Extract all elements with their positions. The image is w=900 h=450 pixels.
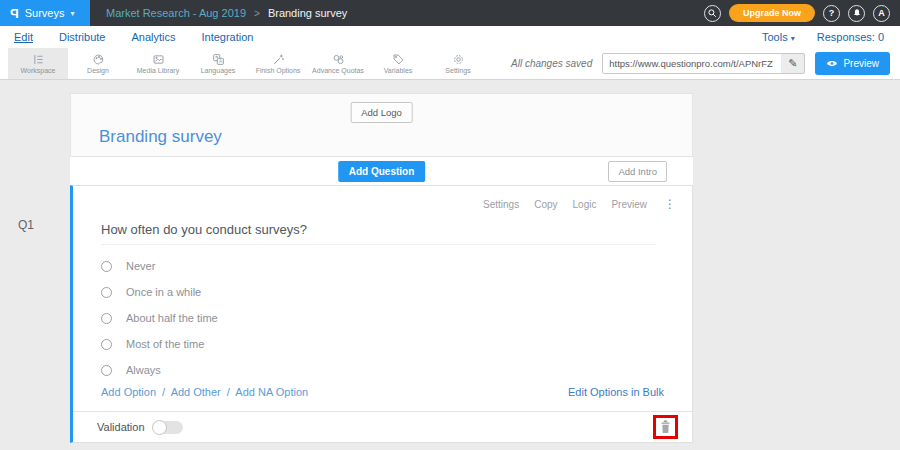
section-tabs: Edit Distribute Analytics Integration To… [0, 26, 900, 48]
edit-toolbar: Workspace Design Media Library A Languag… [0, 48, 900, 80]
question-copy-link[interactable]: Copy [534, 199, 557, 210]
edit-options-in-bulk-link[interactable]: Edit Options in Bulk [568, 386, 664, 398]
radio-button-icon[interactable] [101, 313, 112, 324]
topnav-actions: Upgrade Now ? A [704, 4, 900, 22]
toolbar-item-advance-quotas[interactable]: Advance Quotas [308, 48, 368, 79]
add-question-button[interactable]: Add Question [338, 161, 426, 182]
answer-options: Never Once in a while About half the tim… [101, 260, 218, 376]
toolbar-item-label: Finish Options [256, 67, 301, 74]
toolbar-item-languages[interactable]: A Languages [188, 48, 248, 79]
search-icon [707, 8, 717, 18]
toolbar-item-label: Design [87, 67, 109, 74]
question-settings-link[interactable]: Settings [483, 199, 519, 210]
question-preview-link[interactable]: Preview [611, 199, 647, 210]
magic-wand-icon [272, 53, 285, 66]
toolbar-item-finish-options[interactable]: Finish Options [248, 48, 308, 79]
preview-button-label: Preview [843, 58, 879, 69]
edit-url-button[interactable]: ✎ [781, 54, 804, 73]
responses-count[interactable]: Responses: 0 [817, 31, 884, 43]
toolbar-item-workspace[interactable]: Workspace [8, 48, 68, 79]
survey-url-input[interactable] [603, 54, 781, 73]
search-button[interactable] [704, 5, 721, 22]
link-separator: / [162, 386, 165, 398]
breadcrumb-separator: > [254, 8, 260, 19]
toolbar-item-label: Media Library [137, 67, 179, 74]
bell-icon [852, 8, 862, 18]
breadcrumb: Market Research - Aug 2019 > Branding su… [106, 7, 347, 19]
question-card: Settings Copy Logic Preview ⋮ How often … [70, 185, 693, 443]
question-actions: Settings Copy Logic Preview ⋮ [483, 197, 676, 211]
toolbar-item-design[interactable]: Design [68, 48, 128, 79]
option-label[interactable]: Once in a while [126, 286, 201, 298]
toolbar-item-label: Languages [201, 67, 236, 74]
validation-toggle[interactable] [153, 421, 183, 434]
workspace-icon [32, 53, 45, 66]
link-separator: / [227, 386, 230, 398]
tab-analytics[interactable]: Analytics [131, 31, 175, 43]
tools-menu[interactable]: Tools ▾ [762, 31, 795, 43]
add-other-link[interactable]: Add Other [171, 386, 221, 398]
option-row[interactable]: Once in a while [101, 286, 218, 298]
caret-down-icon: ▾ [70, 9, 74, 18]
validation-label: Validation [97, 421, 145, 433]
option-label[interactable]: About half the time [126, 312, 218, 324]
radio-button-icon[interactable] [101, 339, 112, 350]
surveys-menu-label: Surveys [25, 7, 65, 19]
toolbar-item-label: Settings [445, 67, 470, 74]
option-row[interactable]: About half the time [101, 312, 218, 324]
option-row[interactable]: Never [101, 260, 218, 272]
radio-button-icon[interactable] [101, 261, 112, 272]
preview-button[interactable]: Preview [815, 52, 890, 75]
option-row[interactable]: Always [101, 364, 218, 376]
radio-button-icon[interactable] [101, 365, 112, 376]
surveys-menu[interactable]: P Surveys ▾ [0, 0, 90, 26]
survey-editor-canvas: Q1 Add Logo Branding survey Add Question… [0, 80, 900, 450]
option-row[interactable]: Most of the time [101, 338, 218, 350]
eye-icon [826, 59, 838, 68]
toolbar-item-media-library[interactable]: Media Library [128, 48, 188, 79]
toolbar-item-label: Variables [384, 67, 413, 74]
tools-label: Tools [762, 31, 788, 43]
breadcrumb-current: Branding survey [268, 7, 348, 19]
questionpro-logo: P [10, 6, 19, 21]
autosave-status: All changes saved [511, 58, 592, 69]
help-button[interactable]: ? [823, 5, 840, 22]
upgrade-now-button[interactable]: Upgrade Now [729, 4, 815, 22]
option-label[interactable]: Always [126, 364, 161, 376]
radio-button-icon[interactable] [101, 287, 112, 298]
palette-icon [92, 53, 105, 66]
survey-header-card: Add Logo Branding survey [70, 93, 693, 157]
add-intro-button[interactable]: Add Intro [608, 161, 667, 182]
survey-title[interactable]: Branding survey [99, 127, 222, 147]
tag-icon [392, 53, 405, 66]
tab-edit[interactable]: Edit [14, 31, 33, 43]
add-option-link[interactable]: Add Option [101, 386, 156, 398]
breadcrumb-parent-link[interactable]: Market Research - Aug 2019 [106, 7, 246, 19]
delete-question-button[interactable] [653, 415, 678, 439]
avatar[interactable]: A [873, 5, 890, 22]
tab-distribute[interactable]: Distribute [59, 31, 105, 43]
toolbar-item-label: Workspace [21, 67, 56, 74]
toolbar-right: All changes saved ✎ Preview [511, 48, 900, 79]
question-footer: Validation [73, 411, 692, 442]
tab-integration[interactable]: Integration [201, 31, 253, 43]
option-label[interactable]: Never [126, 260, 155, 272]
tabs-right: Tools ▾ Responses: 0 [762, 31, 884, 43]
gear-icon [452, 53, 465, 66]
question-logic-link[interactable]: Logic [573, 199, 597, 210]
add-na-option-link[interactable]: Add NA Option [235, 386, 308, 398]
top-navbar: P Surveys ▾ Market Research - Aug 2019 >… [0, 0, 900, 26]
more-options-icon[interactable]: ⋮ [664, 197, 676, 211]
caret-down-icon: ▾ [791, 34, 795, 43]
trash-icon [660, 420, 671, 434]
chain-links-icon [332, 53, 345, 66]
add-logo-button[interactable]: Add Logo [350, 102, 413, 123]
survey-url-group: ✎ [602, 53, 805, 74]
question-text[interactable]: How often do you conduct surveys? [101, 222, 656, 245]
toolbar-item-variables[interactable]: Variables [368, 48, 428, 79]
toolbar-item-settings[interactable]: Settings [428, 48, 488, 79]
notifications-button[interactable] [848, 5, 865, 22]
pencil-icon: ✎ [788, 57, 797, 70]
option-label[interactable]: Most of the time [126, 338, 204, 350]
toggle-knob [152, 420, 167, 435]
